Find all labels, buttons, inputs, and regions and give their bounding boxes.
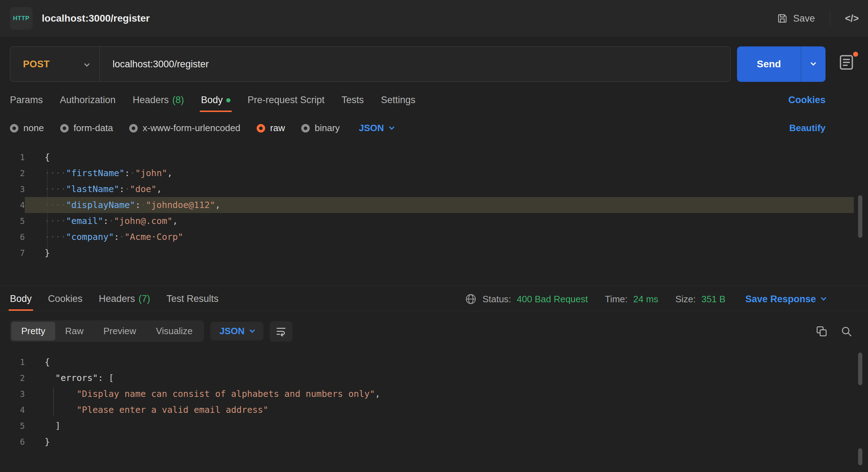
bodytype-binary[interactable]: binary	[301, 123, 340, 134]
response-toolbar-right	[816, 325, 852, 337]
view-pretty[interactable]: Pretty	[11, 322, 55, 341]
status-value: 400 Bad Request	[517, 294, 588, 305]
line-number: 7	[0, 248, 25, 258]
send-options-dropdown[interactable]	[801, 46, 826, 82]
bodytype-x-www-form-urlencoded[interactable]: x-www-form-urlencoded	[129, 123, 240, 134]
radio-icon	[129, 124, 138, 133]
scrollbar-thumb[interactable]	[858, 353, 862, 385]
scrollbar-thumb[interactable]	[858, 448, 862, 465]
tab-tests[interactable]: Tests	[342, 95, 364, 112]
tab-label: Headers	[133, 95, 169, 106]
bodytype-raw[interactable]: raw	[257, 123, 285, 134]
response-section: Body Cookies Headers(7) Test Results Sta…	[0, 286, 868, 470]
code-token: :	[98, 373, 103, 383]
method-dropdown[interactable]: POST	[10, 59, 99, 70]
tab-label: Params	[10, 95, 43, 106]
code-token: :	[125, 168, 130, 178]
code-token: "firstName"	[66, 168, 125, 178]
line-number: 6	[0, 232, 25, 242]
tab-pre-request-script[interactable]: Pre-request Script	[247, 95, 325, 112]
cookies-link[interactable]: Cookies	[788, 95, 826, 112]
code-text: ····"company":·"Acme·Corp"	[25, 229, 854, 245]
save-icon	[777, 13, 788, 24]
chevron-down-icon	[250, 327, 255, 333]
code-token: "errors"	[55, 373, 98, 383]
code-token	[45, 405, 76, 415]
code-token: "company"	[66, 232, 114, 242]
bodytype-none[interactable]: none	[10, 123, 44, 134]
response-tab-body[interactable]: Body	[10, 293, 32, 311]
tab-count: (7)	[138, 293, 150, 304]
code-line: 2····"firstName":·"john",	[0, 165, 868, 181]
response-language-dropdown[interactable]: JSON	[210, 322, 263, 341]
view-visualize[interactable]: Visualize	[146, 322, 202, 341]
line-number: 5	[0, 217, 25, 226]
tab-body[interactable]: Body	[201, 95, 231, 112]
tab-settings[interactable]: Settings	[381, 95, 416, 112]
code-token: ·	[109, 216, 114, 226]
code-token: :	[119, 184, 125, 194]
code-token: ,	[172, 216, 178, 226]
tab-label: Pre-request Script	[247, 95, 325, 106]
line-number: 3	[0, 389, 25, 399]
code-snippet-icon[interactable]: </>	[845, 13, 859, 24]
response-view-switcher: Pretty Raw Preview Visualize	[10, 320, 204, 342]
tab-headers[interactable]: Headers(8)	[133, 95, 184, 112]
request-tabs: Params Authorization Headers(8) Body Pre…	[10, 95, 826, 112]
code-token: ·	[119, 232, 125, 242]
tab-label: Authorization	[60, 95, 116, 106]
radio-label: raw	[270, 123, 285, 134]
code-text: }	[25, 245, 854, 261]
view-raw[interactable]: Raw	[55, 322, 93, 341]
tab-label: Cookies	[48, 293, 83, 304]
scrollbar-thumb[interactable]	[858, 195, 862, 238]
method-label: POST	[23, 59, 50, 70]
radio-icon	[60, 124, 69, 133]
request-body-editor[interactable]: 1{2····"firstName":·"john",3····"lastNam…	[0, 145, 868, 271]
tab-params[interactable]: Params	[10, 95, 43, 112]
code-line: 6····"company":·"Acme·Corp"	[0, 229, 868, 245]
code-token: "johndoe@112"	[146, 200, 215, 210]
save-response-dropdown[interactable]: Save Response	[745, 294, 826, 305]
bodytype-form-data[interactable]: form-data	[60, 123, 113, 134]
chevron-down-icon	[85, 61, 89, 67]
documentation-icon[interactable]	[838, 53, 856, 72]
language-label: JSON	[219, 326, 245, 337]
code-text: ]	[25, 418, 854, 434]
response-tab-cookies[interactable]: Cookies	[48, 293, 83, 311]
time-label: Time:	[605, 294, 628, 305]
save-button[interactable]: Save	[777, 13, 815, 24]
code-token: [	[109, 373, 114, 383]
code-text: {	[25, 149, 854, 165]
code-token: ]	[55, 421, 61, 431]
response-tab-test-results[interactable]: Test Results	[166, 293, 218, 311]
tab-label: Body	[10, 293, 32, 304]
tab-label: Headers	[99, 293, 135, 304]
code-line: 5 ]	[0, 418, 868, 434]
response-tab-headers[interactable]: Headers(7)	[99, 293, 150, 311]
code-line: 6}	[0, 434, 868, 450]
code-token: ····	[45, 200, 66, 210]
request-language-dropdown[interactable]: JSON	[359, 123, 394, 134]
code-text: "Display name can consist of alphabets a…	[25, 386, 854, 402]
copy-icon[interactable]	[816, 325, 828, 337]
code-token: ····	[45, 216, 66, 226]
send-button[interactable]: Send	[737, 46, 826, 82]
tab-authorization[interactable]: Authorization	[60, 95, 116, 112]
search-icon[interactable]	[840, 325, 852, 337]
code-text: {	[25, 354, 854, 370]
response-tabs: Body Cookies Headers(7) Test Results	[10, 293, 218, 311]
response-body-editor[interactable]: 1{2 "errors": [3 "Display name can consi…	[0, 350, 868, 470]
code-token: }	[45, 248, 50, 258]
code-text: "Please enter a valid email address"	[25, 402, 854, 418]
tab-label: Test Results	[166, 293, 218, 304]
wrap-lines-button[interactable]	[270, 321, 292, 342]
beautify-link[interactable]: Beautify	[789, 123, 826, 134]
line-number: 2	[0, 169, 25, 178]
response-toolbar: Pretty Raw Preview Visualize JSON	[10, 320, 852, 342]
url-input[interactable]: localhost:3000/register	[100, 59, 730, 70]
view-preview[interactable]: Preview	[93, 322, 146, 341]
code-line: 7}	[0, 245, 868, 261]
code-token: "Please enter a valid email address"	[76, 405, 268, 415]
tab-label: Settings	[381, 95, 416, 106]
